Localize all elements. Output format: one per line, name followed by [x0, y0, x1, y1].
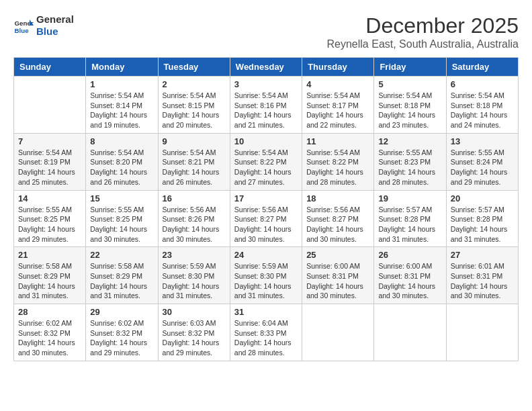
day-number: 7 [18, 136, 81, 146]
calendar-cell: 16Sunrise: 5:56 AM Sunset: 8:26 PM Dayli… [158, 190, 230, 247]
day-info: Sunrise: 5:56 AM Sunset: 8:26 PM Dayligh… [163, 205, 226, 244]
calendar-cell: 31Sunrise: 6:04 AM Sunset: 8:33 PM Dayli… [230, 304, 302, 361]
title-block: December 2025 Reynella East, South Austr… [327, 13, 519, 50]
day-number: 18 [306, 193, 369, 203]
day-number: 4 [306, 79, 369, 89]
column-header-saturday: Saturday [446, 58, 518, 77]
column-header-monday: Monday [86, 58, 158, 77]
calendar-cell: 26Sunrise: 6:00 AM Sunset: 8:31 PM Dayli… [374, 247, 446, 304]
day-number: 30 [163, 307, 226, 317]
calendar-cell: 4Sunrise: 5:54 AM Sunset: 8:17 PM Daylig… [302, 77, 374, 134]
calendar-cell: 12Sunrise: 5:55 AM Sunset: 8:23 PM Dayli… [374, 133, 446, 190]
calendar-cell: 10Sunrise: 5:54 AM Sunset: 8:22 PM Dayli… [230, 133, 302, 190]
day-number: 15 [90, 193, 153, 203]
svg-text:Blue: Blue [15, 27, 30, 34]
logo-icon: General Blue [13, 15, 34, 36]
calendar-cell: 3Sunrise: 5:54 AM Sunset: 8:16 PM Daylig… [230, 77, 302, 134]
calendar-cell [446, 304, 518, 361]
day-info: Sunrise: 6:02 AM Sunset: 8:32 PM Dayligh… [18, 318, 81, 358]
calendar-cell: 27Sunrise: 6:01 AM Sunset: 8:31 PM Dayli… [446, 247, 518, 304]
calendar-week-row: 1Sunrise: 5:54 AM Sunset: 8:14 PM Daylig… [14, 77, 519, 134]
calendar-cell: 23Sunrise: 5:59 AM Sunset: 8:30 PM Dayli… [158, 247, 230, 304]
calendar-week-row: 7Sunrise: 5:54 AM Sunset: 8:19 PM Daylig… [14, 133, 519, 190]
day-info: Sunrise: 6:03 AM Sunset: 8:32 PM Dayligh… [163, 318, 226, 358]
calendar-subtitle: Reynella East, South Australia, Australi… [327, 38, 519, 50]
day-number: 24 [234, 250, 298, 260]
day-number: 22 [90, 250, 153, 260]
calendar-cell [302, 304, 374, 361]
day-number: 12 [378, 136, 441, 146]
calendar-cell [374, 304, 446, 361]
day-number: 28 [18, 307, 81, 317]
day-info: Sunrise: 5:54 AM Sunset: 8:18 PM Dayligh… [451, 91, 514, 130]
day-info: Sunrise: 5:54 AM Sunset: 8:22 PM Dayligh… [306, 148, 369, 187]
day-info: Sunrise: 6:02 AM Sunset: 8:32 PM Dayligh… [90, 318, 153, 358]
day-info: Sunrise: 5:59 AM Sunset: 8:30 PM Dayligh… [163, 261, 226, 301]
calendar-cell: 11Sunrise: 5:54 AM Sunset: 8:22 PM Dayli… [302, 133, 374, 190]
calendar-cell: 13Sunrise: 5:55 AM Sunset: 8:24 PM Dayli… [446, 133, 518, 190]
day-info: Sunrise: 5:54 AM Sunset: 8:14 PM Dayligh… [90, 91, 153, 130]
day-number: 3 [234, 79, 298, 89]
day-info: Sunrise: 6:00 AM Sunset: 8:31 PM Dayligh… [306, 261, 369, 301]
day-number: 8 [90, 136, 153, 146]
day-info: Sunrise: 5:55 AM Sunset: 8:25 PM Dayligh… [90, 205, 153, 244]
calendar-week-row: 14Sunrise: 5:55 AM Sunset: 8:25 PM Dayli… [14, 190, 519, 247]
column-header-tuesday: Tuesday [158, 58, 230, 77]
column-header-wednesday: Wednesday [230, 58, 302, 77]
day-number: 25 [306, 250, 369, 260]
day-number: 20 [451, 193, 514, 203]
day-info: Sunrise: 5:54 AM Sunset: 8:18 PM Dayligh… [378, 91, 441, 130]
day-info: Sunrise: 5:58 AM Sunset: 8:29 PM Dayligh… [18, 261, 81, 301]
calendar-cell: 25Sunrise: 6:00 AM Sunset: 8:31 PM Dayli… [302, 247, 374, 304]
column-header-sunday: Sunday [14, 58, 86, 77]
day-number: 14 [18, 193, 81, 203]
logo: General Blue General Blue [13, 13, 74, 38]
day-number: 21 [18, 250, 81, 260]
calendar-cell: 20Sunrise: 5:57 AM Sunset: 8:28 PM Dayli… [446, 190, 518, 247]
day-number: 17 [234, 193, 298, 203]
logo-blue: Blue [36, 26, 74, 38]
calendar-cell: 22Sunrise: 5:58 AM Sunset: 8:29 PM Dayli… [86, 247, 158, 304]
day-info: Sunrise: 6:01 AM Sunset: 8:31 PM Dayligh… [451, 261, 514, 301]
calendar-cell: 21Sunrise: 5:58 AM Sunset: 8:29 PM Dayli… [14, 247, 86, 304]
column-header-thursday: Thursday [302, 58, 374, 77]
calendar-cell: 17Sunrise: 5:56 AM Sunset: 8:27 PM Dayli… [230, 190, 302, 247]
day-number: 5 [378, 79, 441, 89]
calendar-cell: 18Sunrise: 5:56 AM Sunset: 8:27 PM Dayli… [302, 190, 374, 247]
day-number: 11 [306, 136, 369, 146]
calendar-cell: 15Sunrise: 5:55 AM Sunset: 8:25 PM Dayli… [86, 190, 158, 247]
day-number: 31 [234, 307, 298, 317]
calendar-cell: 19Sunrise: 5:57 AM Sunset: 8:28 PM Dayli… [374, 190, 446, 247]
day-info: Sunrise: 5:55 AM Sunset: 8:25 PM Dayligh… [18, 205, 81, 244]
calendar-cell: 7Sunrise: 5:54 AM Sunset: 8:19 PM Daylig… [14, 133, 86, 190]
calendar-cell: 1Sunrise: 5:54 AM Sunset: 8:14 PM Daylig… [86, 77, 158, 134]
day-number: 9 [163, 136, 226, 146]
day-info: Sunrise: 6:04 AM Sunset: 8:33 PM Dayligh… [234, 318, 298, 358]
day-info: Sunrise: 5:59 AM Sunset: 8:30 PM Dayligh… [234, 261, 298, 301]
calendar-cell: 6Sunrise: 5:54 AM Sunset: 8:18 PM Daylig… [446, 77, 518, 134]
calendar-cell: 30Sunrise: 6:03 AM Sunset: 8:32 PM Dayli… [158, 304, 230, 361]
day-info: Sunrise: 5:54 AM Sunset: 8:20 PM Dayligh… [90, 148, 153, 187]
day-number: 1 [90, 79, 153, 89]
day-info: Sunrise: 5:58 AM Sunset: 8:29 PM Dayligh… [90, 261, 153, 301]
day-info: Sunrise: 5:54 AM Sunset: 8:17 PM Dayligh… [306, 91, 369, 130]
day-info: Sunrise: 5:54 AM Sunset: 8:16 PM Dayligh… [234, 91, 298, 130]
day-info: Sunrise: 5:57 AM Sunset: 8:28 PM Dayligh… [378, 205, 441, 244]
calendar-header-row: SundayMondayTuesdayWednesdayThursdayFrid… [14, 58, 519, 77]
day-number: 23 [163, 250, 226, 260]
day-number: 13 [451, 136, 514, 146]
day-info: Sunrise: 5:57 AM Sunset: 8:28 PM Dayligh… [451, 205, 514, 244]
calendar-title: December 2025 [327, 13, 519, 38]
logo-general: General [36, 13, 74, 26]
day-info: Sunrise: 5:56 AM Sunset: 8:27 PM Dayligh… [234, 205, 298, 244]
day-number: 19 [378, 193, 441, 203]
day-number: 6 [451, 79, 514, 89]
calendar-cell: 28Sunrise: 6:02 AM Sunset: 8:32 PM Dayli… [14, 304, 86, 361]
day-info: Sunrise: 5:54 AM Sunset: 8:22 PM Dayligh… [234, 148, 298, 187]
day-info: Sunrise: 5:55 AM Sunset: 8:23 PM Dayligh… [378, 148, 441, 187]
calendar-table: SundayMondayTuesdayWednesdayThursdayFrid… [13, 57, 519, 361]
day-number: 10 [234, 136, 298, 146]
calendar-week-row: 28Sunrise: 6:02 AM Sunset: 8:32 PM Dayli… [14, 304, 519, 361]
calendar-cell: 9Sunrise: 5:54 AM Sunset: 8:21 PM Daylig… [158, 133, 230, 190]
calendar-cell: 5Sunrise: 5:54 AM Sunset: 8:18 PM Daylig… [374, 77, 446, 134]
